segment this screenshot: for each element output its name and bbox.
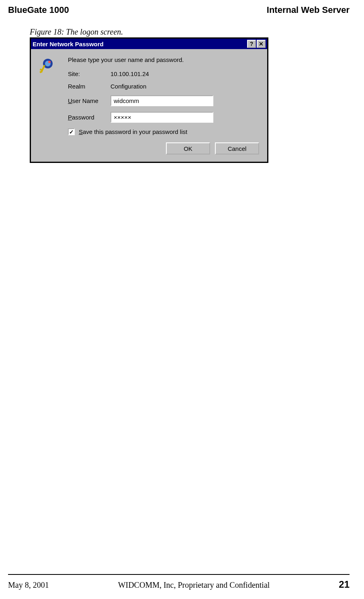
cancel-button[interactable]: Cancel bbox=[215, 142, 259, 154]
site-value: 10.100.101.24 bbox=[110, 70, 149, 77]
realm-label: Realm bbox=[68, 83, 110, 90]
password-input[interactable] bbox=[110, 112, 213, 123]
password-label: Password bbox=[68, 114, 110, 121]
save-password-checkbox[interactable]: ✓ bbox=[68, 128, 75, 135]
save-password-label: Save this password in your password list bbox=[79, 128, 187, 135]
footer-center: WIDCOMM, Inc, Proprietary and Confidenti… bbox=[118, 580, 270, 590]
page-footer: May 8, 2001 WIDCOMM, Inc, Proprietary an… bbox=[8, 579, 350, 590]
realm-value: Configuration bbox=[110, 83, 146, 90]
close-button[interactable]: ✕ bbox=[257, 40, 266, 48]
header-right: Internal Web Server bbox=[267, 5, 350, 15]
figure-caption: Figure 18: The logon screen. bbox=[30, 27, 364, 37]
dialog-titlebar: Enter Network Password ? ✕ bbox=[31, 39, 267, 49]
help-button[interactable]: ? bbox=[247, 40, 256, 48]
header-left: BlueGate 1000 bbox=[8, 5, 69, 15]
key-icon-container bbox=[40, 56, 68, 154]
username-label: User Name bbox=[68, 97, 110, 104]
username-input[interactable] bbox=[110, 95, 213, 106]
svg-point-5 bbox=[48, 61, 51, 63]
site-label: Site: bbox=[68, 70, 110, 77]
ok-button[interactable]: OK bbox=[166, 142, 210, 154]
page-header: BlueGate 1000 Internal Web Server bbox=[0, 0, 364, 15]
dialog-title: Enter Network Password bbox=[33, 41, 246, 47]
key-icon bbox=[40, 58, 56, 74]
footer-date: May 8, 2001 bbox=[8, 580, 49, 590]
footer-divider bbox=[8, 574, 350, 575]
page-number: 21 bbox=[339, 579, 350, 590]
dialog-body: Please type your user name and password.… bbox=[31, 49, 267, 162]
instruction-text: Please type your user name and password. bbox=[68, 56, 261, 63]
dialog-window: Enter Network Password ? ✕ Please type y… bbox=[30, 37, 268, 163]
